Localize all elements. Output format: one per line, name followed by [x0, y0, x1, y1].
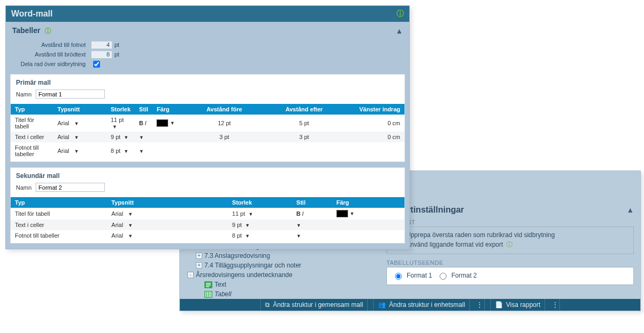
cell-storlek[interactable]: 9 pt ▼: [228, 220, 292, 230]
chevron-down-icon[interactable]: ▼: [296, 223, 301, 228]
panel-title: Word-mall: [11, 9, 53, 19]
cell-farg[interactable]: [332, 230, 404, 241]
cell-farg[interactable]: [152, 142, 184, 159]
cell-typsnitt[interactable]: Arial ▼: [107, 220, 228, 230]
label-liggande-format: Använd liggande format vid export: [406, 241, 503, 248]
chevron-down-icon[interactable]: ▼: [112, 124, 117, 129]
color-swatch[interactable]: [156, 119, 168, 127]
th-storlek: Storlek: [106, 104, 135, 115]
color-swatch[interactable]: [336, 210, 348, 217]
sekundar-table: Typ Typsnitt Storlek Stil Färg Titel för…: [11, 197, 404, 241]
chevron-down-icon[interactable]: ▼: [128, 223, 133, 228]
tree-item-label: 7.3 Anslagsredovisning: [204, 252, 270, 259]
table-row: Fotnot till tabellerArial ▼8 pt ▼▼: [11, 142, 404, 159]
cell-indrag: [344, 142, 404, 159]
cell-farg[interactable]: ▼: [152, 115, 184, 132]
th-fore: Avstånd före: [184, 104, 264, 115]
chevron-down-icon[interactable]: ▼: [123, 149, 128, 154]
allmant-header: ALLMÄNT: [386, 219, 634, 225]
primar-namn-label: Namn: [16, 91, 31, 98]
panel-header: Word-mall ⓘ: [6, 6, 409, 22]
chevron-down-icon[interactable]: ▼: [249, 212, 253, 217]
checkbox-dela-rad[interactable]: [93, 61, 100, 68]
cell-stil[interactable]: B I: [135, 115, 152, 132]
primar-namn-input[interactable]: [36, 90, 105, 99]
cell-typsnitt[interactable]: Arial ▼: [53, 115, 106, 132]
input-avstand-brodtext[interactable]: 8: [91, 51, 112, 59]
chevron-down-icon[interactable]: ▼: [128, 233, 133, 239]
cell-farg[interactable]: ▼: [332, 208, 404, 220]
cell-typsnitt[interactable]: Arial ▼: [53, 142, 106, 159]
cell-storlek[interactable]: 8 pt ▼: [228, 230, 292, 241]
cell-typ: Fotnot till tabeller: [11, 142, 53, 159]
input-avstand-fotnot[interactable]: 4: [91, 41, 112, 49]
table-row: Titel för tabellArial ▼11 pt ▼B I ▼12 pt…: [11, 115, 404, 132]
expand-icon[interactable]: +: [196, 253, 202, 259]
chevron-down-icon[interactable]: ▼: [139, 149, 144, 154]
table-row: Text i cellerArial ▼9 pt ▼▼3 pt3 pt0 cm: [11, 132, 404, 142]
chevron-down-icon[interactable]: ▼: [245, 223, 250, 228]
collapse-icon[interactable]: ▲︎: [626, 206, 634, 214]
cell-stil[interactable]: ▼: [292, 230, 332, 241]
cell-storlek[interactable]: 9 pt ▼: [106, 132, 135, 142]
cell-storlek[interactable]: 8 pt ▼: [106, 142, 135, 159]
cell-indrag: 0 cm: [344, 115, 404, 132]
chevron-down-icon[interactable]: ▼: [296, 233, 301, 239]
cell-farg[interactable]: [332, 220, 404, 230]
sekundar-mall-section: Sekundär mall Namn Typ Typsnitt Storlek …: [10, 167, 405, 243]
chevron-down-icon[interactable]: ▼: [74, 121, 79, 126]
th-stil: Stil: [292, 197, 332, 208]
export-settings-pane: Exportinställningar ▲︎ ALLMÄNT Upprepa ö…: [377, 171, 640, 260]
cell-stil[interactable]: ▼: [292, 220, 332, 230]
cell-efter: 3 pt: [264, 132, 344, 142]
cell-typsnitt[interactable]: Arial ▼: [107, 208, 228, 220]
cell-typ: Fotnot till tabeller: [11, 230, 107, 241]
section-bar-tabeller[interactable]: Tabeller ⓘ ▲︎: [6, 22, 409, 37]
cell-efter: [264, 142, 344, 159]
th-typsnitt: Typsnitt: [53, 104, 106, 115]
primar-title: Primär mall: [11, 75, 404, 87]
cell-typ: Titel för tabell: [11, 208, 107, 220]
tabellutseende-header: TABELLUTSEENDE: [386, 259, 634, 260]
chevron-down-icon[interactable]: ▼: [128, 212, 133, 217]
help-icon[interactable]: ⓘ: [397, 9, 404, 19]
chevron-down-icon[interactable]: ▼: [245, 233, 250, 239]
th-typsnitt: Typsnitt: [107, 197, 228, 208]
cell-typsnitt[interactable]: Arial ▼: [107, 230, 228, 241]
table-row: Titel för tabellArial ▼11 pt ▼B I ▼: [11, 208, 404, 220]
primar-table: Typ Typsnitt Storlek Stil Färg Avstånd f…: [11, 104, 404, 159]
cell-stil[interactable]: ▼: [135, 132, 152, 142]
table-row: Fotnot till tabellerArial ▼8 pt ▼▼: [11, 230, 404, 241]
allmant-box: Upprepa översta raden som rubrikrad vid …: [386, 226, 634, 254]
cell-storlek[interactable]: 11 pt ▼: [228, 208, 292, 220]
chevron-down-icon[interactable]: ▼: [350, 211, 354, 216]
cell-storlek[interactable]: 11 pt ▼: [106, 115, 135, 132]
cell-efter: 5 pt: [264, 115, 344, 132]
th-stil: Stil: [135, 104, 152, 115]
cell-stil[interactable]: ▼: [135, 142, 152, 159]
cell-stil[interactable]: B I: [292, 208, 332, 220]
chevron-down-icon[interactable]: ▼: [139, 135, 144, 140]
cell-fore: [184, 142, 264, 159]
label-dela-rad: Dela rad över sidbrytning: [12, 61, 91, 67]
collapse-icon[interactable]: ▲︎: [395, 27, 403, 35]
chevron-down-icon[interactable]: ▼: [170, 120, 175, 126]
sekundar-namn-input[interactable]: [36, 183, 105, 192]
help-icon[interactable]: ⓘ: [506, 240, 513, 249]
chevron-down-icon[interactable]: ▼: [74, 135, 79, 140]
cell-fore: 12 pt: [184, 115, 264, 132]
label-upprepa-rubrikrad: Upprepa översta raden som rubrikrad vid …: [406, 231, 555, 239]
chevron-down-icon[interactable]: ▼: [123, 135, 128, 140]
th-typ: Typ: [11, 104, 53, 115]
unit-pt: pt: [114, 42, 119, 48]
word-mall-panel: Word-mall ⓘ Tabeller ⓘ ▲︎ Avstånd till f…: [5, 5, 410, 249]
chevron-down-icon[interactable]: ▼: [74, 149, 79, 154]
cell-farg[interactable]: [152, 132, 184, 142]
th-farg: Färg: [332, 197, 404, 208]
tree-item[interactable]: +7.3 Anslagsredovisning: [183, 251, 377, 260]
help-icon[interactable]: ⓘ: [45, 27, 51, 35]
cell-typsnitt[interactable]: Arial ▼: [53, 132, 106, 142]
label-avstand-fotnot: Avstånd till fotnot: [12, 42, 91, 48]
cell-indrag: 0 cm: [344, 132, 404, 142]
table-row: Text i cellerArial ▼9 pt ▼▼: [11, 220, 404, 230]
